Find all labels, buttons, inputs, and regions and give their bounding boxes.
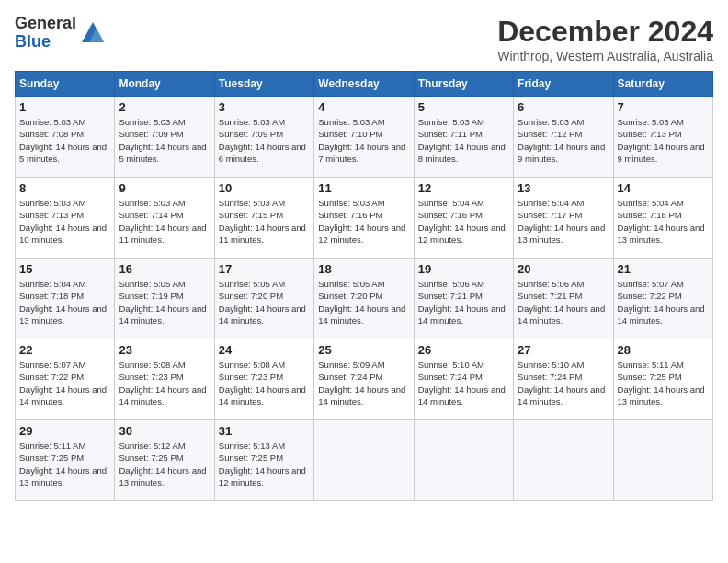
day-info: Sunrise: 5:13 AMSunset: 7:25 PMDaylight:… [219, 441, 306, 488]
calendar-cell [414, 420, 513, 501]
calendar-cell [514, 420, 613, 501]
day-number: 2 [119, 100, 210, 114]
day-info: Sunrise: 5:07 AMSunset: 7:22 PMDaylight:… [618, 279, 705, 326]
day-number: 24 [219, 343, 310, 357]
day-number: 18 [318, 262, 409, 276]
calendar-cell: 16 Sunrise: 5:05 AMSunset: 7:19 PMDaylig… [115, 259, 214, 339]
calendar-cell: 17 Sunrise: 5:05 AMSunset: 7:20 PMDaylig… [214, 259, 313, 339]
day-info: Sunrise: 5:05 AMSunset: 7:20 PMDaylight:… [318, 279, 405, 326]
day-number: 25 [318, 343, 409, 357]
day-info: Sunrise: 5:04 AMSunset: 7:16 PMDaylight:… [418, 198, 506, 245]
calendar-header-monday: Monday [115, 72, 214, 97]
day-number: 4 [318, 100, 409, 114]
day-number: 30 [119, 424, 210, 438]
day-number: 19 [418, 262, 509, 276]
location-subtitle: Winthrop, Western Australia, Australia [497, 49, 713, 63]
calendar-cell: 27 Sunrise: 5:10 AMSunset: 7:24 PMDaylig… [514, 339, 613, 420]
calendar-header-tuesday: Tuesday [214, 72, 313, 97]
day-info: Sunrise: 5:04 AMSunset: 7:18 PMDaylight:… [19, 279, 107, 326]
calendar-cell: 18 Sunrise: 5:05 AMSunset: 7:20 PMDaylig… [314, 259, 414, 339]
calendar-table: SundayMondayTuesdayWednesdayThursdayFrid… [15, 71, 713, 501]
day-info: Sunrise: 5:03 AMSunset: 7:10 PMDaylight:… [318, 117, 405, 164]
day-info: Sunrise: 5:03 AMSunset: 7:15 PMDaylight:… [219, 198, 306, 245]
day-info: Sunrise: 5:03 AMSunset: 7:14 PMDaylight:… [119, 198, 206, 245]
day-info: Sunrise: 5:03 AMSunset: 7:09 PMDaylight:… [219, 117, 306, 164]
day-info: Sunrise: 5:06 AMSunset: 7:21 PMDaylight:… [418, 279, 506, 326]
calendar-cell: 5 Sunrise: 5:03 AMSunset: 7:11 PMDayligh… [414, 97, 513, 178]
calendar-week-row: 1 Sunrise: 5:03 AMSunset: 7:08 PMDayligh… [16, 97, 713, 178]
calendar-cell: 6 Sunrise: 5:03 AMSunset: 7:12 PMDayligh… [514, 97, 613, 178]
calendar-cell: 15 Sunrise: 5:04 AMSunset: 7:18 PMDaylig… [16, 259, 115, 339]
day-info: Sunrise: 5:03 AMSunset: 7:13 PMDaylight:… [618, 117, 705, 164]
calendar-cell: 2 Sunrise: 5:03 AMSunset: 7:09 PMDayligh… [115, 97, 214, 178]
day-number: 7 [618, 100, 709, 114]
day-number: 12 [418, 181, 509, 195]
day-number: 1 [19, 100, 110, 114]
calendar-cell: 9 Sunrise: 5:03 AMSunset: 7:14 PMDayligh… [115, 178, 214, 259]
day-info: Sunrise: 5:03 AMSunset: 7:16 PMDaylight:… [318, 198, 405, 245]
calendar-header-sunday: Sunday [16, 72, 115, 97]
day-number: 8 [19, 181, 110, 195]
day-number: 11 [318, 181, 409, 195]
calendar-cell: 10 Sunrise: 5:03 AMSunset: 7:15 PMDaylig… [214, 178, 313, 259]
logo-general-text: General [15, 15, 76, 33]
calendar-cell [613, 420, 712, 501]
calendar-cell: 4 Sunrise: 5:03 AMSunset: 7:10 PMDayligh… [314, 97, 414, 178]
calendar-cell: 28 Sunrise: 5:11 AMSunset: 7:25 PMDaylig… [613, 339, 712, 420]
calendar-cell: 22 Sunrise: 5:07 AMSunset: 7:22 PMDaylig… [16, 339, 115, 420]
calendar-cell: 23 Sunrise: 5:08 AMSunset: 7:23 PMDaylig… [115, 339, 214, 420]
calendar-week-row: 22 Sunrise: 5:07 AMSunset: 7:22 PMDaylig… [16, 339, 713, 420]
logo: General Blue [15, 15, 106, 52]
calendar-cell: 7 Sunrise: 5:03 AMSunset: 7:13 PMDayligh… [613, 97, 712, 178]
day-number: 14 [618, 181, 709, 195]
calendar-cell: 24 Sunrise: 5:08 AMSunset: 7:23 PMDaylig… [214, 339, 313, 420]
calendar-header-row: SundayMondayTuesdayWednesdayThursdayFrid… [16, 72, 713, 97]
calendar-cell: 12 Sunrise: 5:04 AMSunset: 7:16 PMDaylig… [414, 178, 513, 259]
month-title: December 2024 [497, 15, 713, 49]
day-info: Sunrise: 5:05 AMSunset: 7:19 PMDaylight:… [119, 279, 206, 326]
calendar-header-saturday: Saturday [613, 72, 712, 97]
day-number: 29 [19, 424, 110, 438]
title-area: December 2024 Winthrop, Western Australi… [497, 15, 713, 63]
calendar-cell: 13 Sunrise: 5:04 AMSunset: 7:17 PMDaylig… [514, 178, 613, 259]
day-info: Sunrise: 5:06 AMSunset: 7:21 PMDaylight:… [518, 279, 605, 326]
day-info: Sunrise: 5:12 AMSunset: 7:25 PMDaylight:… [119, 441, 206, 488]
day-info: Sunrise: 5:11 AMSunset: 7:25 PMDaylight:… [618, 360, 705, 407]
day-info: Sunrise: 5:04 AMSunset: 7:17 PMDaylight:… [518, 198, 605, 245]
day-number: 21 [618, 262, 709, 276]
day-number: 31 [219, 424, 310, 438]
day-number: 13 [518, 181, 609, 195]
day-number: 26 [418, 343, 509, 357]
calendar-cell: 19 Sunrise: 5:06 AMSunset: 7:21 PMDaylig… [414, 259, 513, 339]
day-info: Sunrise: 5:03 AMSunset: 7:13 PMDaylight:… [19, 198, 107, 245]
day-info: Sunrise: 5:03 AMSunset: 7:08 PMDaylight:… [19, 117, 107, 164]
day-info: Sunrise: 5:11 AMSunset: 7:25 PMDaylight:… [19, 441, 107, 488]
calendar-week-row: 29 Sunrise: 5:11 AMSunset: 7:25 PMDaylig… [16, 420, 713, 501]
day-info: Sunrise: 5:10 AMSunset: 7:24 PMDaylight:… [418, 360, 506, 407]
calendar-cell: 8 Sunrise: 5:03 AMSunset: 7:13 PMDayligh… [16, 178, 115, 259]
day-number: 9 [119, 181, 210, 195]
day-number: 17 [219, 262, 310, 276]
calendar-cell: 3 Sunrise: 5:03 AMSunset: 7:09 PMDayligh… [214, 97, 313, 178]
day-number: 10 [219, 181, 310, 195]
calendar-cell: 26 Sunrise: 5:10 AMSunset: 7:24 PMDaylig… [414, 339, 513, 420]
calendar-week-row: 15 Sunrise: 5:04 AMSunset: 7:18 PMDaylig… [16, 259, 713, 339]
calendar-cell: 31 Sunrise: 5:13 AMSunset: 7:25 PMDaylig… [214, 420, 313, 501]
calendar-cell: 11 Sunrise: 5:03 AMSunset: 7:16 PMDaylig… [314, 178, 414, 259]
logo-blue-text: Blue [15, 33, 76, 52]
day-number: 5 [418, 100, 509, 114]
day-number: 23 [119, 343, 210, 357]
day-info: Sunrise: 5:09 AMSunset: 7:24 PMDaylight:… [318, 360, 405, 407]
header: General Blue December 2024 Winthrop, Wes… [15, 15, 713, 63]
calendar-header-wednesday: Wednesday [314, 72, 414, 97]
day-info: Sunrise: 5:08 AMSunset: 7:23 PMDaylight:… [119, 360, 206, 407]
day-number: 16 [119, 262, 210, 276]
day-number: 6 [518, 100, 609, 114]
calendar-cell: 14 Sunrise: 5:04 AMSunset: 7:18 PMDaylig… [613, 178, 712, 259]
day-info: Sunrise: 5:04 AMSunset: 7:18 PMDaylight:… [618, 198, 705, 245]
calendar-header-thursday: Thursday [414, 72, 513, 97]
calendar-cell: 29 Sunrise: 5:11 AMSunset: 7:25 PMDaylig… [16, 420, 115, 501]
calendar-cell: 30 Sunrise: 5:12 AMSunset: 7:25 PMDaylig… [115, 420, 214, 501]
calendar-cell: 1 Sunrise: 5:03 AMSunset: 7:08 PMDayligh… [16, 97, 115, 178]
day-number: 27 [518, 343, 609, 357]
